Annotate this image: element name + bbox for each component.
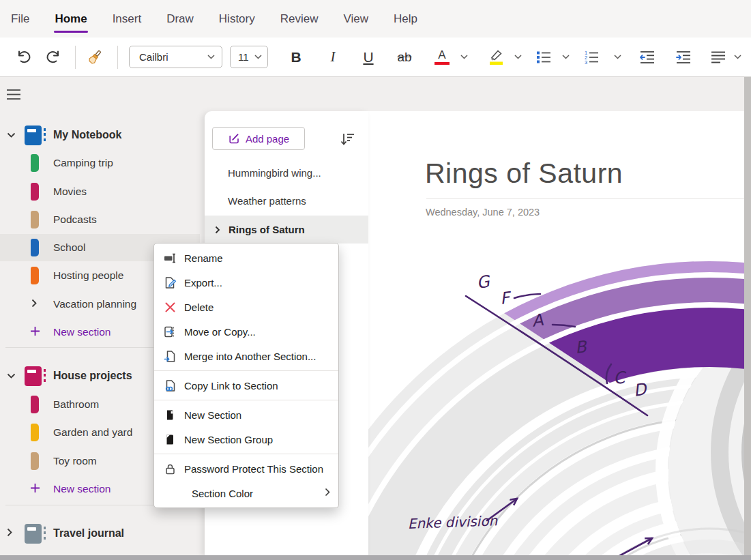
menu-history[interactable]: History: [219, 12, 255, 26]
context-menu-new-section-group[interactable]: New Section Group: [154, 427, 338, 452]
context-menu-label: Password Protect This Section: [184, 463, 323, 475]
italic-icon: I: [331, 48, 336, 65]
section-tab-icon: [31, 239, 39, 256]
section-context-menu: Rename Export... Delete Move or Copy...: [153, 243, 339, 508]
font-size-select[interactable]: 11: [230, 46, 268, 68]
bold-button[interactable]: B: [286, 38, 306, 76]
menu-home[interactable]: Home: [55, 12, 87, 26]
underline-button[interactable]: U: [358, 38, 379, 76]
add-page-icon: [228, 132, 240, 145]
format-painter-button[interactable]: [83, 38, 106, 76]
numbered-list-dropdown[interactable]: [609, 38, 625, 76]
ribbon-separator: [117, 46, 118, 69]
section-group-name: Vacation planning: [53, 298, 136, 310]
font-family-select[interactable]: Cailbri: [129, 46, 222, 68]
notebook-icon: [25, 126, 42, 145]
menu-insert[interactable]: Insert: [113, 12, 142, 26]
section-tab-icon: [31, 267, 39, 284]
italic-button[interactable]: I: [323, 38, 343, 76]
section-name: Camping trip: [53, 157, 113, 169]
rename-icon: [163, 251, 177, 265]
context-menu-label: Copy Link to Section: [184, 380, 278, 392]
context-menu-label: Move or Copy...: [184, 326, 256, 338]
context-menu-export[interactable]: Export...: [154, 270, 338, 295]
menu-view[interactable]: View: [344, 12, 369, 26]
add-page-label: Add page: [246, 133, 289, 145]
highlighter-icon: [487, 48, 505, 66]
sidebar-section-movies[interactable]: Movies: [0, 178, 200, 205]
context-menu-new-section[interactable]: New Section: [154, 402, 338, 427]
increase-indent-icon: [675, 49, 692, 65]
strikethrough-button[interactable]: ab: [394, 38, 415, 76]
context-menu-merge[interactable]: Merge into Another Section...: [154, 344, 338, 368]
chevron-down-icon[interactable]: [7, 129, 16, 141]
decrease-indent-button[interactable]: [636, 38, 658, 76]
enke-division-label: Enke division: [407, 512, 498, 532]
bullet-list-icon: [535, 49, 552, 65]
align-icon: [710, 49, 726, 65]
page-date: Wednesday, June 7, 2023: [426, 207, 540, 218]
section-tab-icon: [31, 183, 39, 201]
menu-file[interactable]: File: [11, 12, 29, 26]
context-menu-copy-link[interactable]: Copy Link to Section: [154, 373, 338, 398]
sort-pages-button[interactable]: [340, 131, 356, 150]
bullet-list-dropdown[interactable]: [557, 38, 574, 76]
page-title[interactable]: Rings of Saturn: [425, 158, 623, 190]
font-color-dropdown[interactable]: [456, 38, 472, 76]
redo-button[interactable]: [43, 38, 63, 76]
context-menu-label: Merge into Another Section...: [184, 351, 316, 362]
notebook-icon: [25, 524, 42, 544]
chevron-right-icon: [325, 487, 330, 499]
sidebar-section-camping-trip[interactable]: Camping trip: [0, 149, 200, 177]
sidebar-notebook-travel-journal[interactable]: Travel journal: [0, 520, 200, 547]
context-menu-rename[interactable]: Rename: [154, 246, 338, 270]
highlighter-dropdown[interactable]: [510, 38, 526, 76]
sidebar-section-podcasts[interactable]: Podcasts: [0, 206, 200, 233]
section-name: Bathroom: [53, 398, 99, 411]
add-page-button[interactable]: Add page: [212, 127, 305, 150]
section-name: School: [53, 241, 85, 254]
highlighter-button[interactable]: [484, 38, 507, 76]
new-section-label: New section: [53, 326, 111, 338]
context-menu-label: New Section: [184, 409, 241, 421]
page-title: Hummingbird wing...: [228, 167, 321, 179]
hamburger-menu-button[interactable]: [6, 88, 24, 103]
chevron-right-icon[interactable]: [31, 298, 38, 310]
undo-button[interactable]: [14, 38, 34, 76]
align-button[interactable]: [708, 38, 728, 76]
numbered-list-button[interactable]: 1 2 3: [581, 38, 602, 76]
sidebar-notebook-my-notebook[interactable]: My Notebook: [0, 121, 200, 149]
copy-link-icon: [163, 379, 177, 392]
decrease-indent-icon: [638, 49, 656, 65]
font-size-value: 11: [238, 51, 249, 63]
ring-label-g: G: [475, 271, 492, 293]
bottom-arrow: [619, 538, 652, 555]
page-item-weather-patterns[interactable]: Weather patterns: [205, 187, 368, 215]
ink-f-ring-tick: [514, 294, 540, 298]
context-menu-password-protect[interactable]: Password Protect This Section: [154, 456, 338, 481]
export-icon: [163, 276, 177, 289]
section-tab-icon: [31, 396, 39, 413]
context-menu-section-color[interactable]: Section Color: [154, 481, 338, 505]
increase-indent-button[interactable]: [673, 38, 694, 76]
page-item-hummingbird[interactable]: Hummingbird wing...: [205, 159, 368, 187]
vertical-scrollbar[interactable]: [744, 77, 751, 560]
align-dropdown[interactable]: [730, 38, 745, 76]
page-item-rings-of-saturn[interactable]: Rings of Saturn: [205, 216, 368, 244]
bullet-list-button[interactable]: [533, 38, 554, 76]
menu-help[interactable]: Help: [394, 12, 417, 26]
chevron-down-icon: [254, 55, 262, 59]
horizontal-scrollbar[interactable]: [0, 555, 751, 560]
context-menu-move-or-copy[interactable]: Move or Copy...: [154, 319, 338, 344]
chevron-down-icon: [207, 55, 215, 59]
chevron-right-icon[interactable]: [7, 527, 13, 540]
menu-review[interactable]: Review: [280, 12, 319, 26]
chevron-down-icon[interactable]: [7, 370, 16, 382]
lock-icon: [163, 462, 177, 475]
menu-draw[interactable]: Draw: [166, 12, 194, 26]
chevron-down-icon: [614, 55, 621, 59]
context-menu-delete[interactable]: Delete: [154, 295, 338, 319]
font-color-button[interactable]: A: [432, 38, 452, 76]
chevron-right-icon[interactable]: [215, 226, 220, 234]
ribbon: Cailbri 11 B I U ab A: [0, 38, 751, 77]
